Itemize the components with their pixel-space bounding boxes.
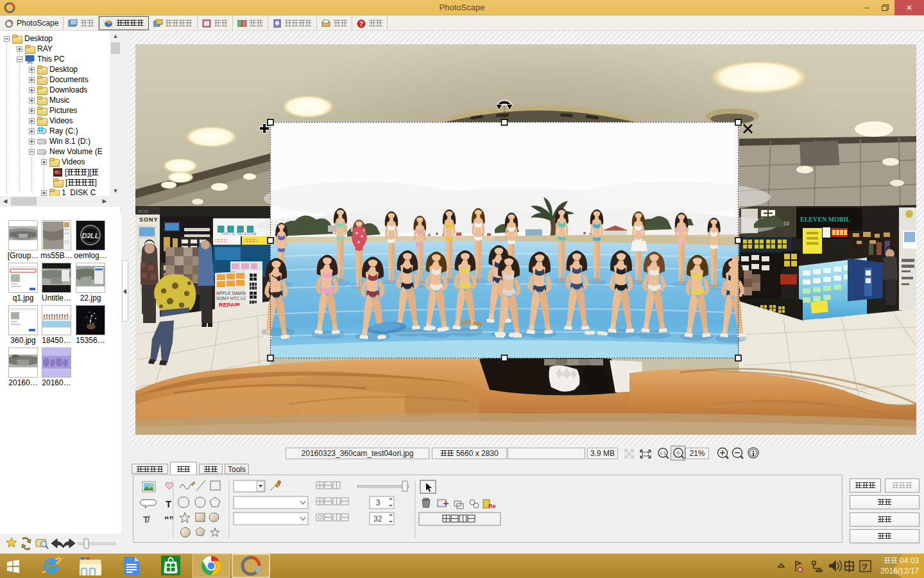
svg-text:ヲ: ヲ [861,563,868,570]
svg-text:“”: “” [164,514,174,525]
svg-text:SONY HTC LG: SONY HTC LG [216,296,246,301]
svg-text:DʡLL: DʡLL [82,232,99,240]
svg-text:?: ? [359,21,363,28]
svg-text:T: T [166,498,171,509]
svg-text:□□□□: □□□□ [244,238,257,243]
svg-text:□□□□: □□□□ [215,238,227,243]
svg-text:□□ □□: □□ □□ [138,209,149,213]
svg-text:T̸: T̸ [143,514,150,525]
svg-text:32: 32 [373,514,382,523]
svg-text:SONY: SONY [139,216,158,223]
svg-text:TOKYO TELECOM: TOKYO TELECOM [221,232,257,236]
svg-text:Re: Re [488,503,496,509]
svg-text:ELEVEN MOBIL: ELEVEN MOBIL [800,216,850,223]
svg-text:1:1: 1:1 [660,451,666,455]
svg-text:3: 3 [376,498,381,507]
